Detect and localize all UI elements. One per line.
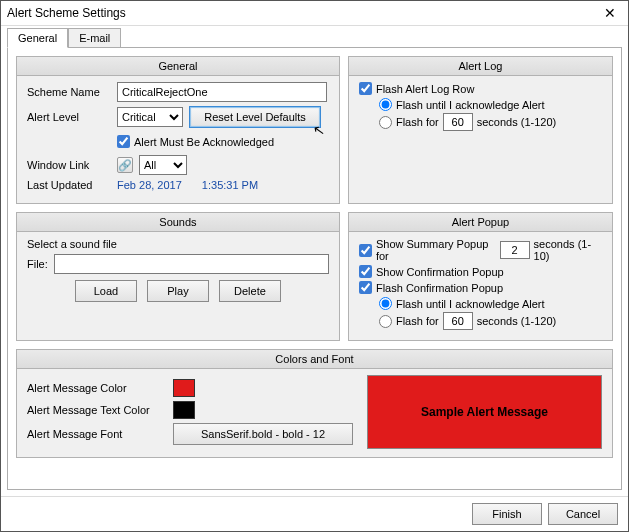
window-title: Alert Scheme Settings xyxy=(7,6,126,20)
window-link-label: Window Link xyxy=(27,159,111,171)
play-button[interactable]: Play xyxy=(147,280,209,302)
last-updated-time: 1:35:31 PM xyxy=(202,179,258,191)
window-link-select[interactable]: All xyxy=(139,155,187,175)
group-colors-title: Colors and Font xyxy=(17,350,612,369)
group-alert-popup-title: Alert Popup xyxy=(349,213,612,232)
popup-flash-for-seconds-radio[interactable]: Flash for seconds (1-120) xyxy=(379,312,602,330)
dialog-footer: Finish Cancel xyxy=(1,496,628,531)
title-bar: Alert Scheme Settings ✕ xyxy=(1,1,628,26)
sound-instruction: Select a sound file xyxy=(27,238,329,250)
flash-for-seconds-radio[interactable]: Flash for seconds (1-120) xyxy=(379,113,602,131)
link-icon: 🔗 xyxy=(117,157,133,173)
show-confirmation-popup-checkbox[interactable]: Show Confirmation Popup xyxy=(359,265,602,278)
file-label: File: xyxy=(27,258,48,270)
summary-seconds-input[interactable] xyxy=(500,241,530,259)
close-icon[interactable]: ✕ xyxy=(598,5,622,21)
must-ack-checkbox[interactable]: Alert Must Be Acknowledged xyxy=(117,135,274,148)
group-colors-font: Colors and Font Alert Message Color Aler… xyxy=(16,349,613,458)
tab-strip: General E-mail xyxy=(1,28,628,48)
delete-button[interactable]: Delete xyxy=(219,280,281,302)
flash-for-seconds-input[interactable] xyxy=(443,113,473,131)
msg-text-color-label: Alert Message Text Color xyxy=(27,404,167,416)
sample-alert-preview: Sample Alert Message xyxy=(367,375,602,449)
dialog-window: Alert Scheme Settings ✕ General E-mail G… xyxy=(0,0,629,532)
cancel-button[interactable]: Cancel xyxy=(548,503,618,525)
font-picker-button[interactable]: SansSerif.bold - bold - 12 xyxy=(173,423,353,445)
group-alert-popup: Alert Popup Show Summary Popup for secon… xyxy=(348,212,613,341)
tab-email[interactable]: E-mail xyxy=(68,28,121,48)
alert-level-label: Alert Level xyxy=(27,111,111,123)
last-updated-label: Last Updated xyxy=(27,179,111,191)
last-updated-date: Feb 28, 2017 xyxy=(117,179,182,191)
scheme-name-input[interactable] xyxy=(117,82,327,102)
msg-text-color-swatch[interactable] xyxy=(173,401,195,419)
flash-log-row-checkbox[interactable]: Flash Alert Log Row xyxy=(359,82,602,95)
sound-file-input[interactable] xyxy=(54,254,329,274)
popup-flash-seconds-input[interactable] xyxy=(443,312,473,330)
group-general-title: General xyxy=(17,57,339,76)
group-sounds: Sounds Select a sound file File: Load Pl… xyxy=(16,212,340,341)
finish-button[interactable]: Finish xyxy=(472,503,542,525)
msg-color-swatch[interactable] xyxy=(173,379,195,397)
scheme-name-label: Scheme Name xyxy=(27,86,111,98)
show-summary-popup-checkbox[interactable]: Show Summary Popup for seconds (1-10) xyxy=(359,238,602,262)
reset-level-defaults-button[interactable]: Reset Level Defaults xyxy=(189,106,321,128)
msg-color-label: Alert Message Color xyxy=(27,382,167,394)
alert-level-select[interactable]: Critical xyxy=(117,107,183,127)
popup-flash-until-ack-radio[interactable]: Flash until I acknowledge Alert xyxy=(379,297,602,310)
load-button[interactable]: Load xyxy=(75,280,137,302)
flash-confirmation-popup-checkbox[interactable]: Flash Confirmation Popup xyxy=(359,281,602,294)
group-general: General Scheme Name Alert Level Critical… xyxy=(16,56,340,204)
flash-until-ack-radio[interactable]: Flash until I acknowledge Alert xyxy=(379,98,602,111)
tab-general[interactable]: General xyxy=(7,28,68,48)
msg-font-label: Alert Message Font xyxy=(27,428,167,440)
tab-panel-general: General Scheme Name Alert Level Critical… xyxy=(7,47,622,490)
group-sounds-title: Sounds xyxy=(17,213,339,232)
group-alert-log: Alert Log Flash Alert Log Row Flash unti… xyxy=(348,56,613,204)
group-alert-log-title: Alert Log xyxy=(349,57,612,76)
